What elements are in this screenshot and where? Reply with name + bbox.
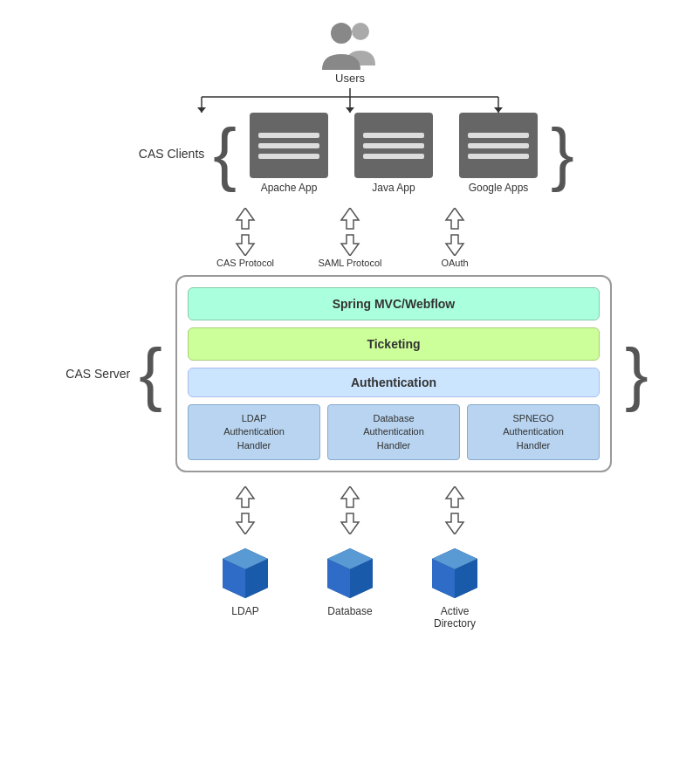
users-label: Users bbox=[335, 72, 365, 85]
protocol-oauth: OAuth bbox=[415, 208, 494, 268]
users-icon bbox=[315, 17, 385, 70]
ldap-db-icon bbox=[217, 545, 274, 602]
server-box: Spring MVC/Webflow Ticketing Authenticat… bbox=[175, 275, 612, 472]
protocol-saml: SAML Protocol bbox=[311, 208, 389, 268]
protocols-row: CAS Protocol SAML Protocol OAuth bbox=[132, 208, 568, 268]
java-app-label: Java App bbox=[372, 182, 415, 194]
app-java: Java App bbox=[354, 113, 433, 194]
ticketing-layer: Ticketing bbox=[188, 327, 600, 361]
server-brace-left: { bbox=[139, 339, 162, 409]
ad-arrow bbox=[439, 486, 470, 534]
svg-marker-20 bbox=[446, 486, 463, 507]
ldap-handler: LDAPAuthenticationHandler bbox=[188, 404, 320, 460]
cas-protocol-arrow bbox=[230, 208, 261, 256]
bottom-arrow-ldap bbox=[206, 486, 285, 534]
svg-marker-14 bbox=[446, 208, 463, 229]
svg-marker-19 bbox=[341, 513, 359, 534]
svg-marker-16 bbox=[237, 486, 254, 507]
cas-clients-label: CAS Clients bbox=[126, 147, 204, 161]
cas-server-label: CAS Server bbox=[51, 367, 130, 381]
db-arrow bbox=[334, 486, 366, 534]
auth-layer: Authentication bbox=[188, 368, 600, 397]
db-ldap: LDAP bbox=[206, 545, 285, 630]
database-db-icon bbox=[322, 545, 379, 602]
brace-left: { bbox=[213, 119, 237, 189]
svg-marker-18 bbox=[341, 486, 359, 507]
java-app-icon bbox=[354, 113, 433, 178]
spnego-handler: SPNEGOAuthenticationHandler bbox=[467, 404, 600, 460]
brace-right: } bbox=[551, 119, 574, 189]
svg-marker-10 bbox=[237, 208, 254, 229]
svg-marker-7 bbox=[346, 107, 354, 113]
google-app-icon bbox=[459, 113, 538, 178]
ad-db-icon bbox=[427, 545, 484, 602]
svg-marker-11 bbox=[237, 235, 254, 256]
svg-marker-9 bbox=[494, 107, 503, 113]
svg-point-1 bbox=[331, 23, 352, 44]
svg-marker-13 bbox=[341, 235, 359, 256]
server-brace-right: } bbox=[625, 339, 649, 409]
oauth-arrow bbox=[439, 208, 470, 256]
app-apache: Apache App bbox=[250, 113, 328, 194]
bottom-arrow-db bbox=[311, 486, 389, 534]
google-app-label: Google Apps bbox=[469, 182, 529, 194]
db-handler: DatabaseAuthenticationHandler bbox=[327, 404, 460, 460]
svg-marker-12 bbox=[341, 208, 359, 229]
apps-container: Apache App Java App Google Apps bbox=[250, 113, 538, 194]
cas-server-row: CAS Server { Spring MVC/Webflow Ticketin… bbox=[51, 275, 648, 472]
cas-clients-row: CAS Clients { Apache App Java App bbox=[126, 113, 573, 194]
svg-marker-21 bbox=[446, 513, 463, 534]
bottom-arrow-ad bbox=[415, 486, 494, 534]
svg-marker-17 bbox=[237, 513, 254, 534]
oauth-label: OAuth bbox=[441, 258, 468, 268]
ldap-db-label: LDAP bbox=[231, 605, 258, 617]
apache-app-label: Apache App bbox=[261, 182, 318, 194]
bottom-arrows-row bbox=[132, 486, 568, 534]
users-section: Users bbox=[315, 17, 385, 85]
svg-marker-15 bbox=[446, 235, 463, 256]
databases-row: LDAP Database ActiveDirectory bbox=[132, 545, 568, 630]
users-to-apps-lines bbox=[132, 88, 568, 113]
spring-layer: Spring MVC/Webflow bbox=[188, 287, 600, 320]
db-database: Database bbox=[311, 545, 389, 630]
ldap-arrow bbox=[230, 486, 261, 534]
db-ad: ActiveDirectory bbox=[415, 545, 494, 630]
protocol-cas: CAS Protocol bbox=[206, 208, 285, 268]
handlers-row: LDAPAuthenticationHandler DatabaseAuthen… bbox=[188, 404, 600, 460]
database-db-label: Database bbox=[327, 605, 372, 617]
saml-protocol-label: SAML Protocol bbox=[319, 258, 382, 268]
svg-point-0 bbox=[352, 23, 369, 40]
saml-protocol-arrow bbox=[334, 208, 366, 256]
diagram: Users CAS Clients { bbox=[18, 17, 682, 630]
svg-marker-8 bbox=[197, 107, 206, 113]
apache-app-icon bbox=[250, 113, 328, 178]
app-google: Google Apps bbox=[459, 113, 538, 194]
cas-protocol-label: CAS Protocol bbox=[216, 258, 274, 268]
ad-db-label: ActiveDirectory bbox=[434, 605, 476, 630]
